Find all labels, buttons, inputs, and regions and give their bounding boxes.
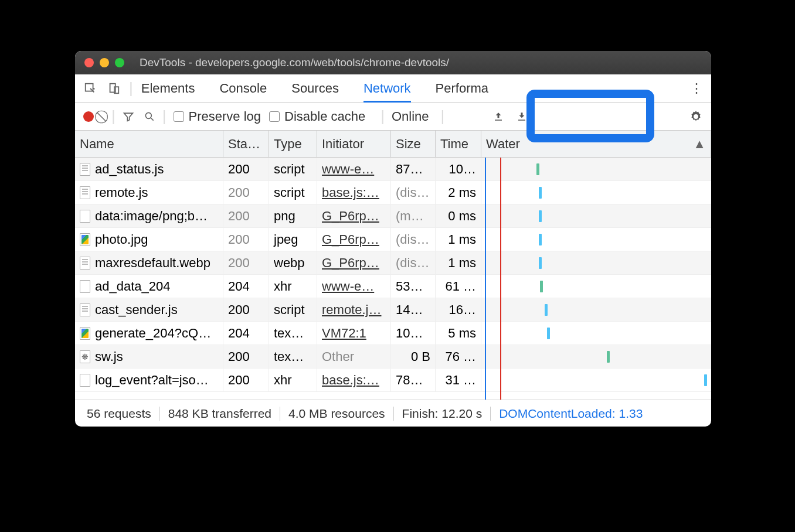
settings-icon[interactable] — [689, 110, 703, 124]
table-row[interactable]: data:image/png;b…200pngG_P6rp…(m…0 ms — [75, 204, 711, 228]
upload-har-button[interactable] — [487, 111, 510, 122]
devtools-window: DevTools - developers.google.com/web/too… — [75, 51, 711, 427]
tab-console[interactable]: Console — [219, 81, 267, 96]
summary-bar: 56 requests 848 KB transferred 4.0 MB re… — [75, 400, 711, 427]
maximize-button[interactable] — [115, 58, 124, 67]
summary-finish: Finish: 12.20 s — [394, 407, 491, 421]
col-size[interactable]: Size — [391, 131, 436, 157]
col-initiator[interactable]: Initiator — [317, 131, 391, 157]
record-button[interactable] — [83, 111, 94, 122]
table-row[interactable]: cast_sender.js200scriptremote.j…14…16… — [75, 298, 711, 322]
tab-performa[interactable]: Performa — [436, 81, 488, 96]
summary-resources: 4.0 MB resources — [280, 407, 394, 421]
window-title: DevTools - developers.google.com/web/too… — [140, 56, 449, 69]
throttling-select[interactable]: Online — [392, 109, 429, 124]
table-row[interactable]: log_event?alt=jso…200xhrbase.js:…78…31 … — [75, 369, 711, 392]
col-status[interactable]: Sta… — [223, 131, 269, 157]
table-headers: Name Sta… Type Initiator Size Time Water… — [75, 131, 711, 158]
disable-cache-checkbox[interactable]: Disable cache — [269, 109, 365, 124]
summary-dcl: DOMContentLoaded: 1.33 — [491, 407, 651, 421]
panel-tabs: | ElementsConsoleSourcesNetworkPerforma … — [75, 74, 711, 103]
device-icon[interactable] — [107, 81, 121, 96]
col-type[interactable]: Type — [269, 131, 317, 157]
checkbox-icon — [269, 111, 280, 122]
request-table: ad_status.js200scriptwww-e…87…10…remote.… — [75, 158, 711, 400]
tab-sources[interactable]: Sources — [291, 81, 339, 96]
col-waterfall[interactable]: Water▲ — [481, 131, 711, 157]
svg-point-3 — [145, 112, 151, 118]
checkbox-icon — [174, 111, 184, 122]
sort-arrow-icon: ▲ — [693, 137, 706, 152]
table-row[interactable]: generate_204?cQ…204tex…VM72:110…5 ms — [75, 322, 711, 345]
summary-requests: 56 requests — [79, 407, 160, 421]
table-row[interactable]: ad_data_204204xhrwww-e…53…61 … — [75, 275, 711, 298]
close-button[interactable] — [84, 58, 94, 67]
titlebar: DevTools - developers.google.com/web/too… — [75, 51, 711, 74]
search-icon[interactable] — [144, 111, 155, 122]
filter-icon[interactable] — [123, 111, 134, 122]
table-row[interactable]: ad_status.js200scriptwww-e…87…10… — [75, 158, 711, 181]
preserve-log-checkbox[interactable]: Preserve log — [174, 109, 261, 124]
more-menu[interactable]: ⋮ — [690, 81, 703, 96]
download-har-button[interactable] — [510, 111, 534, 122]
tab-elements[interactable]: Elements — [141, 81, 195, 96]
summary-transferred: 848 KB transferred — [160, 407, 280, 421]
table-row[interactable]: remote.js200scriptbase.js:…(dis…2 ms — [75, 181, 711, 204]
network-toolbar: ⃠ | | Preserve log Disable cache | Onlin… — [75, 103, 711, 131]
minimize-button[interactable] — [100, 58, 109, 67]
table-row[interactable]: maxresdefault.webp200webpG_P6rp…(dis…1 m… — [75, 251, 711, 275]
tab-network[interactable]: Network — [363, 81, 411, 103]
traffic-lights — [84, 58, 124, 67]
table-row[interactable]: photo.jpg200jpegG_P6rp…(dis…1 ms — [75, 228, 711, 251]
inspect-icon[interactable] — [83, 81, 97, 96]
table-row[interactable]: sw.js200tex…Other0 B76 … — [75, 345, 711, 369]
col-time[interactable]: Time — [436, 131, 481, 157]
col-name[interactable]: Name — [75, 131, 223, 157]
